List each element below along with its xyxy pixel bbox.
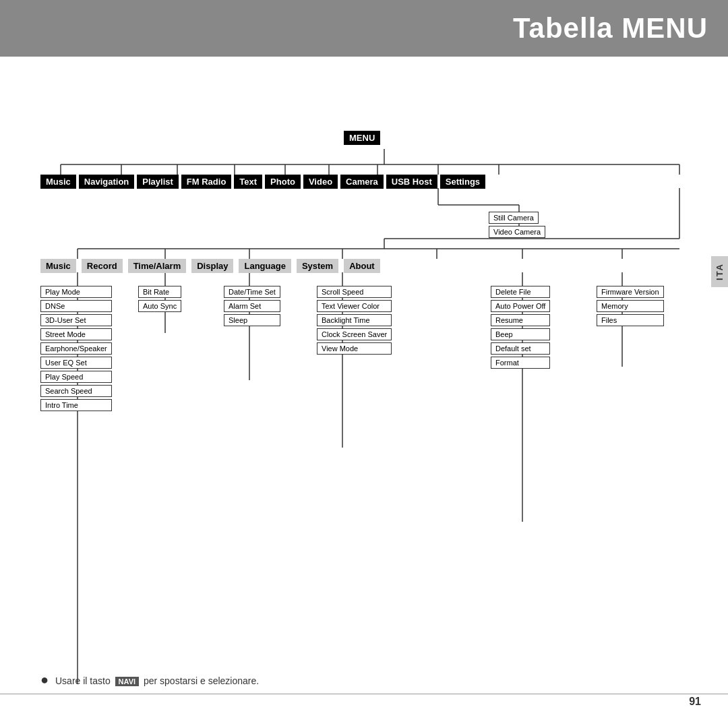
top-nodes-row: Music Navigation Playlist FM Radio Text … xyxy=(40,175,485,189)
format: Format xyxy=(491,357,550,369)
bottom-rule xyxy=(0,694,728,694)
sleep: Sleep xyxy=(224,314,280,326)
tree-container: MENU Music Navigation Playlist FM Radio … xyxy=(20,124,728,690)
firmware-version: Firmware Version xyxy=(597,286,664,298)
top-node-text: Text xyxy=(234,175,262,189)
top-node-music: Music xyxy=(40,175,76,189)
footer-text-before: Usare il tasto xyxy=(55,675,111,686)
music-subitems: Play Mode DNSe 3D-User Set Street Mode E… xyxy=(40,286,112,411)
header: Tabella MENU xyxy=(0,0,728,57)
intro-time: Intro Time xyxy=(40,399,112,411)
search-speed: Search Speed xyxy=(40,385,112,397)
settings-children-row: Music Record Time/Alarm Display Language… xyxy=(40,259,380,273)
alarm-set: Alarm Set xyxy=(224,300,280,312)
video-camera: Video Camera xyxy=(489,226,545,238)
top-node-fmradio: FM Radio xyxy=(181,175,232,189)
beep: Beep xyxy=(491,328,550,340)
bit-rate: Bit Rate xyxy=(138,286,181,298)
street-mode: Street Mode xyxy=(40,328,112,340)
top-node-navigation: Navigation xyxy=(79,175,134,189)
system-subitems: Delete File Auto Power Off Resume Beep D… xyxy=(491,286,550,369)
s-display: Display xyxy=(191,259,233,273)
top-node-photo: Photo xyxy=(265,175,301,189)
earphone-speaker: Earphone/Speaker xyxy=(40,342,112,355)
memory: Memory xyxy=(597,300,664,312)
top-node-playlist: Playlist xyxy=(137,175,179,189)
clock-screen-saver: Clock Screen Saver xyxy=(317,328,392,340)
top-node-usbhost: USB Host xyxy=(386,175,437,189)
play-mode: Play Mode xyxy=(40,286,112,298)
text-viewer-color: Text Viewer Color xyxy=(317,300,392,312)
resume: Resume xyxy=(491,314,550,326)
s-language: Language xyxy=(239,259,291,273)
dnse: DNSe xyxy=(40,300,112,312)
default-set: Default set xyxy=(491,342,550,355)
still-camera: Still Camera xyxy=(489,212,539,224)
display-subitems: Scroll Speed Text Viewer Color Backlight… xyxy=(317,286,392,355)
about-subitems: Firmware Version Memory Files xyxy=(597,286,664,326)
page-number: 91 xyxy=(689,696,701,708)
delete-file: Delete File xyxy=(491,286,550,298)
s-record: Record xyxy=(82,259,123,273)
top-node-settings: Settings xyxy=(440,175,485,189)
auto-power-off: Auto Power Off xyxy=(491,300,550,312)
time-alarm-subitems: Date/Time Set Alarm Set Sleep xyxy=(224,286,280,326)
footer-text-after: per spostarsi e selezionare. xyxy=(144,675,259,686)
record-subitems: Bit Rate Auto Sync xyxy=(138,286,181,312)
user-eq-set: User EQ Set xyxy=(40,357,112,369)
navi-badge: NAVI xyxy=(115,677,139,686)
footer-note: ● Usare il tasto NAVI per spostarsi e se… xyxy=(40,672,259,688)
date-time-set: Date/Time Set xyxy=(224,286,280,298)
files: Files xyxy=(597,314,664,326)
s-about: About xyxy=(344,259,380,273)
backlight-time: Backlight Time xyxy=(317,314,392,326)
s-system: System xyxy=(297,259,338,273)
auto-sync: Auto Sync xyxy=(138,300,181,312)
view-mode: View Mode xyxy=(317,342,392,355)
menu-root-node: MENU xyxy=(344,131,380,145)
menu-label: MENU xyxy=(344,131,380,145)
s-music: Music xyxy=(40,259,76,273)
camera-subs: Still Camera Video Camera xyxy=(489,212,545,238)
3d-user-set: 3D-User Set xyxy=(40,314,112,326)
tree-lines xyxy=(20,124,728,690)
top-node-camera: Camera xyxy=(340,175,384,189)
page-title: Tabella MENU xyxy=(513,12,708,44)
play-speed: Play Speed xyxy=(40,371,112,383)
scroll-speed: Scroll Speed xyxy=(317,286,392,298)
s-time-alarm: Time/Alarm xyxy=(128,259,187,273)
top-node-video: Video xyxy=(303,175,338,189)
